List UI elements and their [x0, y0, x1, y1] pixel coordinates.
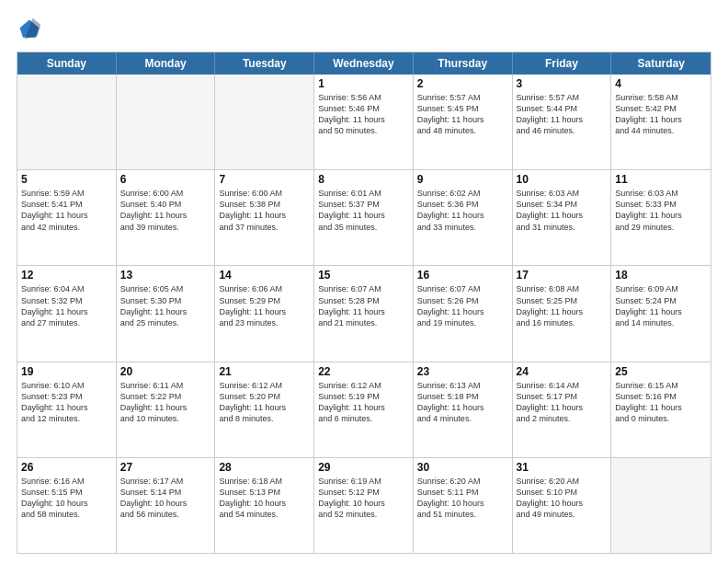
cell-info: Sunrise: 6:12 AM Sunset: 5:19 PM Dayligh… — [318, 380, 409, 425]
cal-cell: 28Sunrise: 6:18 AM Sunset: 5:13 PM Dayli… — [215, 458, 314, 553]
day-number: 1 — [318, 77, 409, 90]
cal-week-1: 1Sunrise: 5:56 AM Sunset: 5:46 PM Daylig… — [17, 75, 711, 170]
cal-cell — [17, 75, 117, 169]
day-number: 7 — [219, 173, 310, 186]
day-number: 2 — [417, 77, 508, 90]
day-number: 4 — [615, 77, 707, 90]
cell-info: Sunrise: 6:19 AM Sunset: 5:12 PM Dayligh… — [318, 476, 409, 521]
cal-cell: 13Sunrise: 6:05 AM Sunset: 5:30 PM Dayli… — [117, 266, 216, 361]
cell-info: Sunrise: 6:18 AM Sunset: 5:13 PM Dayligh… — [219, 476, 310, 521]
cal-header-cell-sunday: Sunday — [17, 52, 117, 75]
day-number: 15 — [318, 269, 409, 282]
cal-header-cell-saturday: Saturday — [611, 52, 711, 75]
cell-info: Sunrise: 6:04 AM Sunset: 5:32 PM Dayligh… — [21, 283, 112, 328]
cal-cell: 26Sunrise: 6:16 AM Sunset: 5:15 PM Dayli… — [17, 458, 117, 553]
cell-info: Sunrise: 6:11 AM Sunset: 5:22 PM Dayligh… — [120, 380, 211, 425]
day-number: 19 — [21, 365, 112, 378]
cal-cell: 24Sunrise: 6:14 AM Sunset: 5:17 PM Dayli… — [513, 362, 612, 457]
cal-cell: 22Sunrise: 6:12 AM Sunset: 5:19 PM Dayli… — [314, 362, 414, 457]
cal-cell: 23Sunrise: 6:13 AM Sunset: 5:18 PM Dayli… — [414, 362, 513, 457]
cal-week-5: 26Sunrise: 6:16 AM Sunset: 5:15 PM Dayli… — [17, 458, 711, 553]
cal-cell: 31Sunrise: 6:20 AM Sunset: 5:10 PM Dayli… — [513, 458, 612, 553]
cell-info: Sunrise: 6:13 AM Sunset: 5:18 PM Dayligh… — [417, 380, 508, 425]
cal-cell: 14Sunrise: 6:06 AM Sunset: 5:29 PM Dayli… — [215, 266, 314, 361]
cal-cell: 20Sunrise: 6:11 AM Sunset: 5:22 PM Dayli… — [117, 362, 216, 457]
day-number: 8 — [318, 173, 409, 186]
cal-cell: 5Sunrise: 5:59 AM Sunset: 5:41 PM Daylig… — [17, 170, 117, 265]
cal-cell: 2Sunrise: 5:57 AM Sunset: 5:45 PM Daylig… — [414, 75, 513, 169]
day-number: 20 — [120, 365, 211, 378]
cal-cell: 17Sunrise: 6:08 AM Sunset: 5:25 PM Dayli… — [513, 266, 612, 361]
cell-info: Sunrise: 6:03 AM Sunset: 5:33 PM Dayligh… — [615, 188, 707, 233]
cal-week-2: 5Sunrise: 5:59 AM Sunset: 5:41 PM Daylig… — [17, 170, 711, 266]
cal-cell: 30Sunrise: 6:20 AM Sunset: 5:11 PM Dayli… — [414, 458, 513, 553]
day-number: 10 — [517, 173, 608, 186]
cal-cell — [611, 458, 711, 553]
cell-info: Sunrise: 6:07 AM Sunset: 5:26 PM Dayligh… — [417, 283, 508, 328]
cal-cell — [117, 75, 216, 169]
cal-cell: 18Sunrise: 6:09 AM Sunset: 5:24 PM Dayli… — [611, 266, 711, 361]
cal-week-3: 12Sunrise: 6:04 AM Sunset: 5:32 PM Dayli… — [17, 266, 711, 362]
header — [17, 17, 711, 42]
cell-info: Sunrise: 6:12 AM Sunset: 5:20 PM Dayligh… — [219, 380, 310, 425]
cell-info: Sunrise: 6:08 AM Sunset: 5:25 PM Dayligh… — [517, 283, 608, 328]
cal-cell: 25Sunrise: 6:15 AM Sunset: 5:16 PM Dayli… — [611, 362, 711, 457]
cal-cell: 29Sunrise: 6:19 AM Sunset: 5:12 PM Dayli… — [314, 458, 414, 553]
day-number: 23 — [417, 365, 508, 378]
cal-cell: 7Sunrise: 6:00 AM Sunset: 5:38 PM Daylig… — [215, 170, 314, 265]
day-number: 6 — [120, 173, 211, 186]
cell-info: Sunrise: 6:14 AM Sunset: 5:17 PM Dayligh… — [517, 380, 608, 425]
day-number: 29 — [318, 461, 409, 474]
cell-info: Sunrise: 6:20 AM Sunset: 5:10 PM Dayligh… — [517, 476, 608, 521]
cell-info: Sunrise: 6:20 AM Sunset: 5:11 PM Dayligh… — [417, 476, 508, 521]
day-number: 14 — [219, 269, 310, 282]
cal-header-cell-friday: Friday — [513, 52, 612, 75]
cell-info: Sunrise: 6:07 AM Sunset: 5:28 PM Dayligh… — [318, 283, 409, 328]
cell-info: Sunrise: 5:58 AM Sunset: 5:42 PM Dayligh… — [615, 92, 707, 137]
day-number: 3 — [517, 77, 608, 90]
cell-info: Sunrise: 6:03 AM Sunset: 5:34 PM Dayligh… — [517, 188, 608, 233]
day-number: 31 — [517, 461, 608, 474]
day-number: 17 — [517, 269, 608, 282]
day-number: 30 — [417, 461, 508, 474]
cal-header-cell-monday: Monday — [117, 52, 216, 75]
cal-cell: 27Sunrise: 6:17 AM Sunset: 5:14 PM Dayli… — [117, 458, 216, 553]
day-number: 26 — [21, 461, 112, 474]
day-number: 9 — [417, 173, 508, 186]
day-number: 27 — [120, 461, 211, 474]
calendar: SundayMondayTuesdayWednesdayThursdayFrid… — [17, 52, 711, 554]
day-number: 28 — [219, 461, 310, 474]
cal-cell: 12Sunrise: 6:04 AM Sunset: 5:32 PM Dayli… — [17, 266, 117, 361]
day-number: 12 — [21, 269, 112, 282]
cal-header-cell-wednesday: Wednesday — [314, 52, 414, 75]
cal-week-4: 19Sunrise: 6:10 AM Sunset: 5:23 PM Dayli… — [17, 362, 711, 458]
cal-cell: 19Sunrise: 6:10 AM Sunset: 5:23 PM Dayli… — [17, 362, 117, 457]
cell-info: Sunrise: 6:05 AM Sunset: 5:30 PM Dayligh… — [120, 283, 211, 328]
day-number: 13 — [120, 269, 211, 282]
cal-header-cell-tuesday: Tuesday — [215, 52, 314, 75]
cell-info: Sunrise: 5:56 AM Sunset: 5:46 PM Dayligh… — [318, 92, 409, 137]
cell-info: Sunrise: 6:00 AM Sunset: 5:38 PM Dayligh… — [219, 188, 310, 233]
cal-cell: 1Sunrise: 5:56 AM Sunset: 5:46 PM Daylig… — [314, 75, 414, 169]
calendar-body: 1Sunrise: 5:56 AM Sunset: 5:46 PM Daylig… — [17, 75, 711, 553]
calendar-header: SundayMondayTuesdayWednesdayThursdayFrid… — [17, 52, 711, 75]
cell-info: Sunrise: 5:57 AM Sunset: 5:44 PM Dayligh… — [517, 92, 608, 137]
day-number: 5 — [21, 173, 112, 186]
cell-info: Sunrise: 6:01 AM Sunset: 5:37 PM Dayligh… — [318, 188, 409, 233]
day-number: 11 — [615, 173, 707, 186]
cal-cell: 10Sunrise: 6:03 AM Sunset: 5:34 PM Dayli… — [513, 170, 612, 265]
cell-info: Sunrise: 6:16 AM Sunset: 5:15 PM Dayligh… — [21, 476, 112, 521]
cell-info: Sunrise: 6:10 AM Sunset: 5:23 PM Dayligh… — [21, 380, 112, 425]
day-number: 16 — [417, 269, 508, 282]
cal-cell: 9Sunrise: 6:02 AM Sunset: 5:36 PM Daylig… — [414, 170, 513, 265]
cell-info: Sunrise: 6:15 AM Sunset: 5:16 PM Dayligh… — [615, 380, 707, 425]
day-number: 18 — [615, 269, 707, 282]
cal-cell — [215, 75, 314, 169]
logo — [17, 17, 46, 42]
cal-cell: 16Sunrise: 6:07 AM Sunset: 5:26 PM Dayli… — [414, 266, 513, 361]
cell-info: Sunrise: 6:09 AM Sunset: 5:24 PM Dayligh… — [615, 283, 707, 328]
cal-cell: 8Sunrise: 6:01 AM Sunset: 5:37 PM Daylig… — [314, 170, 414, 265]
cell-info: Sunrise: 6:17 AM Sunset: 5:14 PM Dayligh… — [120, 476, 211, 521]
day-number: 24 — [517, 365, 608, 378]
cal-cell: 11Sunrise: 6:03 AM Sunset: 5:33 PM Dayli… — [611, 170, 711, 265]
